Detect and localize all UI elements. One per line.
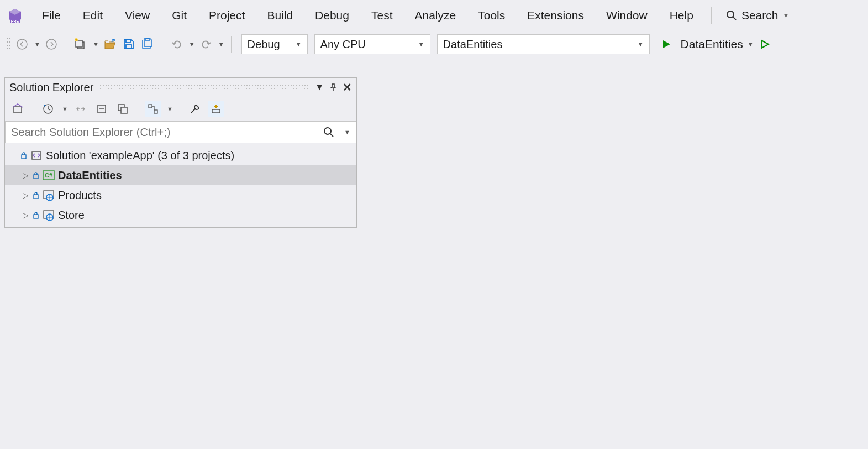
start-debug-dropdown[interactable]: ▼ bbox=[746, 41, 754, 48]
chevron-down-icon: ▼ bbox=[418, 41, 424, 48]
search-label: Search bbox=[741, 9, 778, 22]
menu-test[interactable]: Test bbox=[361, 6, 403, 25]
toolbar-grip-icon bbox=[7, 36, 11, 52]
project-item-dataentities[interactable]: ▷ C# DataEntities bbox=[5, 165, 356, 185]
nav-back-button[interactable] bbox=[14, 36, 30, 52]
solution-search-input[interactable] bbox=[6, 126, 319, 139]
view-dropdown[interactable]: ▼ bbox=[166, 106, 173, 112]
menu-project[interactable]: Project bbox=[199, 6, 255, 25]
svg-point-9 bbox=[9, 45, 10, 46]
menu-window[interactable]: Window bbox=[596, 6, 657, 25]
menu-edit[interactable]: Edit bbox=[73, 6, 113, 25]
svg-point-8 bbox=[7, 45, 8, 46]
panel-titlebar: Solution Explorer ▼ ✕ bbox=[5, 78, 356, 97]
new-project-button[interactable] bbox=[73, 36, 88, 52]
svg-rect-17 bbox=[126, 40, 130, 43]
panel-title: Solution Explorer bbox=[9, 81, 93, 94]
redo-button[interactable] bbox=[198, 36, 214, 52]
expand-icon[interactable]: ▷ bbox=[22, 191, 29, 200]
home-button[interactable] bbox=[9, 101, 26, 117]
svg-point-10 bbox=[7, 48, 8, 49]
toolbar-separator bbox=[138, 101, 138, 117]
chevron-down-icon: ▼ bbox=[782, 12, 789, 19]
menu-git[interactable]: Git bbox=[162, 6, 197, 25]
web-project-icon bbox=[43, 209, 55, 221]
open-button[interactable] bbox=[102, 36, 118, 52]
show-all-files-button[interactable] bbox=[114, 101, 131, 117]
nav-forward-button[interactable] bbox=[44, 36, 59, 52]
undo-dropdown[interactable]: ▼ bbox=[188, 41, 195, 48]
platform-combo[interactable]: Any CPU ▼ bbox=[314, 34, 430, 54]
menu-debug[interactable]: Debug bbox=[305, 6, 359, 25]
svg-rect-35 bbox=[34, 175, 38, 179]
svg-rect-19 bbox=[146, 39, 149, 41]
svg-rect-33 bbox=[22, 155, 26, 159]
svg-line-3 bbox=[733, 17, 736, 20]
startup-project-value: DataEntities bbox=[443, 38, 503, 51]
chevron-down-icon: ▼ bbox=[296, 41, 302, 48]
chevron-down-icon: ▼ bbox=[638, 41, 644, 48]
solution-explorer-search: ▼ bbox=[5, 121, 356, 143]
panel-pin-button[interactable] bbox=[329, 83, 337, 91]
lock-icon bbox=[33, 191, 39, 199]
global-search[interactable]: Search ▼ bbox=[722, 7, 793, 24]
sync-active-button[interactable] bbox=[72, 101, 89, 117]
solution-explorer-toolbar: ▼ ▼ bbox=[5, 97, 356, 121]
svg-rect-26 bbox=[149, 105, 152, 108]
menu-help[interactable]: Help bbox=[660, 6, 703, 25]
csharp-project-icon: C# bbox=[43, 170, 55, 181]
panel-grip[interactable] bbox=[99, 84, 309, 91]
wrench-icon bbox=[189, 103, 201, 115]
start-debug-label[interactable]: DataEntities bbox=[681, 38, 743, 51]
new-project-dropdown[interactable]: ▼ bbox=[92, 41, 99, 48]
preview-selected-button[interactable] bbox=[208, 101, 224, 117]
svg-rect-20 bbox=[14, 106, 22, 113]
svg-point-31 bbox=[324, 128, 331, 134]
configuration-value: Debug bbox=[248, 38, 280, 51]
project-item-store[interactable]: ▷ Store bbox=[5, 205, 356, 225]
project-item-products[interactable]: ▷ Products bbox=[5, 185, 356, 205]
save-all-button[interactable] bbox=[140, 36, 155, 52]
svg-point-7 bbox=[9, 41, 10, 43]
toolbar-separator bbox=[180, 101, 180, 117]
svg-point-2 bbox=[727, 11, 734, 18]
web-project-icon bbox=[43, 189, 55, 201]
search-icon bbox=[726, 10, 737, 21]
menu-tools[interactable]: Tools bbox=[468, 6, 515, 25]
collapse-all-button[interactable] bbox=[93, 101, 110, 117]
expand-icon[interactable]: ▷ bbox=[22, 211, 29, 220]
panel-window-position-button[interactable]: ▼ bbox=[315, 82, 324, 92]
nav-back-dropdown[interactable]: ▼ bbox=[33, 41, 40, 48]
expand-icon[interactable]: ▷ bbox=[22, 171, 29, 180]
svg-point-6 bbox=[7, 41, 8, 43]
solution-root[interactable]: Solution 'exampleApp' (3 of 3 projects) bbox=[5, 145, 356, 165]
startup-project-combo[interactable]: DataEntities ▼ bbox=[437, 34, 650, 54]
play-outline-icon bbox=[759, 39, 770, 50]
menu-file[interactable]: File bbox=[32, 6, 71, 25]
undo-button[interactable] bbox=[169, 36, 185, 52]
lock-icon bbox=[33, 211, 39, 219]
menu-bar: PRE File Edit View Git Project Build Deb… bbox=[0, 0, 868, 31]
menu-view[interactable]: View bbox=[115, 6, 160, 25]
lock-icon bbox=[33, 171, 39, 179]
configuration-combo[interactable]: Debug ▼ bbox=[241, 34, 308, 54]
search-options-dropdown[interactable]: ▼ bbox=[339, 129, 356, 135]
menu-extensions[interactable]: Extensions bbox=[517, 6, 594, 25]
start-without-debug-button[interactable] bbox=[757, 36, 772, 52]
main-toolbar: ▼ ▼ ▼ ▼ Debug ▼ Any CPU ▼ DataEntities ▼… bbox=[0, 31, 868, 58]
pending-changes-filter-button[interactable] bbox=[40, 101, 56, 117]
search-button[interactable] bbox=[319, 127, 339, 138]
menu-build[interactable]: Build bbox=[257, 6, 303, 25]
svg-point-11 bbox=[9, 48, 10, 49]
start-debug-button[interactable] bbox=[659, 36, 674, 52]
svg-line-32 bbox=[330, 134, 333, 137]
menu-analyze[interactable]: Analyze bbox=[404, 6, 466, 25]
track-active-item-button[interactable] bbox=[145, 101, 161, 117]
save-button[interactable] bbox=[121, 36, 136, 52]
redo-dropdown[interactable]: ▼ bbox=[217, 41, 224, 48]
vs-logo-icon: PRE bbox=[7, 7, 23, 24]
solution-explorer-panel: Solution Explorer ▼ ✕ ▼ ▼ ▼ Solution bbox=[4, 77, 357, 228]
properties-button[interactable] bbox=[187, 101, 203, 117]
panel-close-button[interactable]: ✕ bbox=[343, 81, 352, 94]
filter-dropdown[interactable]: ▼ bbox=[61, 106, 68, 112]
